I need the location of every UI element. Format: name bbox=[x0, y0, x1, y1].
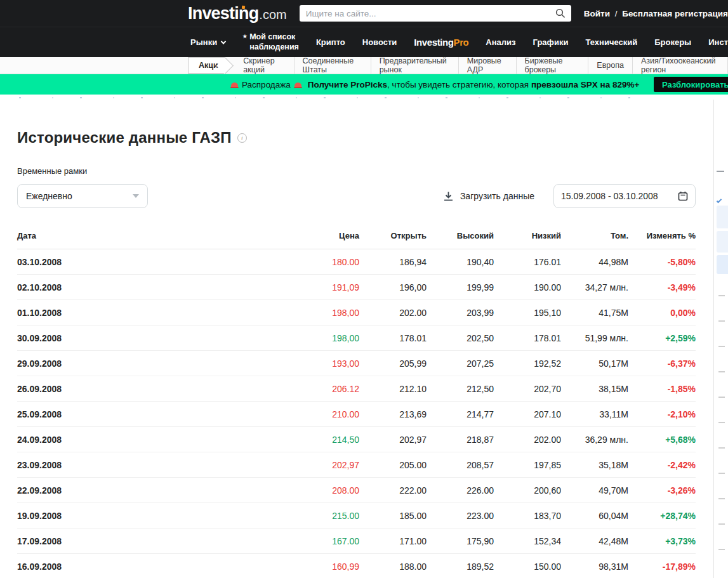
download-data-button[interactable]: Загрузить данные bbox=[443, 191, 534, 202]
subnav-tab[interactable]: Мировые АДР bbox=[459, 57, 517, 74]
subnav: АкцииСкринер акцийСоединенные ШтатыПредв… bbox=[0, 57, 728, 74]
col-header-change[interactable]: Изменять % bbox=[628, 225, 696, 249]
logo-text: Investing bbox=[188, 4, 258, 23]
table-row: 30.09.2008198,00178.01202,50178.0151,99 … bbox=[17, 325, 696, 351]
col-header-date[interactable]: Дата bbox=[17, 225, 292, 249]
cell-vol: 60,04M bbox=[561, 503, 628, 529]
date-range-picker[interactable]: 15.09.2008 - 03.10.2008 bbox=[553, 184, 696, 208]
unlock-propicks-button[interactable]: Разблокировать ProPicks bbox=[654, 77, 728, 92]
main-content: Исторические данные ГАЗП i Временные рам… bbox=[0, 129, 728, 578]
cell-vol: 42,48M bbox=[561, 529, 628, 554]
nav-item-label: Технический bbox=[585, 37, 637, 47]
nav-item[interactable]: Анализ bbox=[486, 37, 515, 47]
col-header-volume[interactable]: Том. bbox=[561, 225, 628, 249]
cell-price: 160,99 bbox=[292, 554, 359, 578]
cell-date: 23.09.2008 bbox=[17, 452, 292, 478]
cell-high: 199,99 bbox=[427, 275, 494, 300]
cell-chg: -3,49% bbox=[628, 275, 696, 300]
cell-chg: -6,37% bbox=[628, 351, 696, 376]
nav-item-label: Графики bbox=[533, 37, 569, 47]
subnav-tab-active[interactable]: Акции bbox=[188, 57, 225, 74]
cell-open: 186,94 bbox=[359, 249, 427, 275]
cell-low: 200,60 bbox=[494, 478, 561, 503]
cell-open: 178.01 bbox=[359, 325, 427, 351]
subnav-tab[interactable]: Скринер акций bbox=[235, 57, 294, 74]
subnav-tab[interactable]: Соединенные Штаты bbox=[295, 57, 371, 74]
top-header: Investing .com Войти / Бесплатная регист… bbox=[0, 0, 728, 27]
col-header-low[interactable]: Низкий bbox=[494, 225, 561, 249]
cell-price: 206.12 bbox=[292, 376, 359, 402]
cell-low: 178.01 bbox=[494, 325, 561, 351]
cell-open: 205,99 bbox=[359, 351, 427, 376]
search-input[interactable] bbox=[300, 5, 571, 22]
subnav-tab[interactable]: Предварительный рынок bbox=[371, 57, 459, 74]
cell-vol: 50,17M bbox=[561, 351, 628, 376]
rail-tick bbox=[718, 397, 725, 398]
col-header-price[interactable]: Цена bbox=[292, 225, 359, 249]
cell-low: 202,70 bbox=[494, 376, 561, 402]
cell-low: 190.00 bbox=[494, 275, 561, 300]
star-icon: ★ bbox=[242, 34, 247, 40]
rail-tick bbox=[718, 320, 725, 322]
nav-item[interactable]: Рынки bbox=[190, 37, 225, 47]
nav-item[interactable]: InvestingPro bbox=[414, 37, 468, 48]
register-link[interactable]: Бесплатная регистрация bbox=[622, 9, 728, 18]
table-row: 02.10.2008191,09196,00199,99190.0034,27 … bbox=[17, 275, 696, 300]
cell-price: 202,97 bbox=[292, 452, 359, 478]
clipped-breadcrumb-row bbox=[0, 95, 728, 100]
col-header-high[interactable]: Высокий bbox=[427, 225, 494, 249]
nav-item[interactable]: Крипто bbox=[316, 37, 345, 47]
cell-chg: +5,68% bbox=[628, 427, 696, 452]
table-row: 26.09.2008206.12212.10212,50202,7038,15M… bbox=[17, 376, 696, 402]
cell-date: 25.09.2008 bbox=[17, 402, 292, 427]
siren-icon bbox=[231, 82, 238, 88]
info-icon[interactable]: i bbox=[237, 133, 247, 143]
timeframe-value: Ежедневно bbox=[26, 191, 72, 201]
cell-vol: 36,29 млн. bbox=[561, 427, 628, 452]
nav-item[interactable]: Инструменты bbox=[708, 37, 728, 47]
cell-price: 180.00 bbox=[292, 249, 359, 275]
nav-item[interactable]: Новости bbox=[362, 37, 397, 47]
propicks-banner: Распродажа Получите ProPicks , чтобы уви… bbox=[0, 74, 728, 95]
date-range-value: 15.09.2008 - 03.10.2008 bbox=[561, 191, 658, 201]
history-table-body: 03.10.2008180.00186,94190,40176.0144,98M… bbox=[17, 249, 696, 578]
cell-open: 171.00 bbox=[359, 529, 427, 554]
table-row: 19.09.2008215.00185.00223.00183,7060,04M… bbox=[17, 503, 696, 529]
rail-dash bbox=[717, 171, 724, 172]
search-icon[interactable] bbox=[555, 8, 566, 18]
cell-low: 202.00 bbox=[494, 427, 561, 452]
chevron-down-icon bbox=[221, 39, 226, 44]
nav-item[interactable]: Графики bbox=[533, 37, 569, 47]
cell-open: 202,97 bbox=[359, 427, 427, 452]
subnav-tab[interactable]: Азия/Тихоокеанский регион bbox=[633, 57, 728, 74]
cell-price: 214,50 bbox=[292, 427, 359, 452]
timeframe-select[interactable]: Ежедневно bbox=[17, 184, 148, 208]
cell-low: 207.10 bbox=[494, 402, 561, 427]
cell-open: 205.00 bbox=[359, 452, 427, 478]
investingpro-logo-pro: Pro bbox=[454, 37, 469, 48]
nav-item[interactable]: Брокеры bbox=[654, 37, 691, 47]
cell-chg: -1,85% bbox=[628, 376, 696, 402]
cell-chg: +28,74% bbox=[628, 503, 696, 529]
cell-date: 26.09.2008 bbox=[17, 376, 292, 402]
history-table: Дата Цена Открыть Высокий Низкий Том. Из… bbox=[17, 225, 696, 578]
cell-open: 185.00 bbox=[359, 503, 427, 529]
cell-date: 02.10.2008 bbox=[17, 275, 292, 300]
auth-links: Войти / Бесплатная регистрация bbox=[584, 9, 728, 18]
login-link[interactable]: Войти bbox=[584, 9, 610, 18]
cell-high: 203,99 bbox=[427, 300, 494, 325]
cell-date: 01.10.2008 bbox=[17, 300, 292, 325]
cell-high: 202,50 bbox=[427, 325, 494, 351]
nav-item[interactable]: ★Мой список наблюдения bbox=[242, 32, 299, 52]
investing-logo[interactable]: Investing .com bbox=[188, 4, 287, 23]
col-header-open[interactable]: Открыть bbox=[359, 225, 427, 249]
cell-price: 167.00 bbox=[292, 529, 359, 554]
table-row: 01.10.2008198,00202.00203,99195,1041,75M… bbox=[17, 300, 696, 325]
cell-vol: 41,75M bbox=[561, 300, 628, 325]
nav-item[interactable]: Технический bbox=[585, 37, 637, 47]
nav-item-label: Новости bbox=[362, 37, 397, 47]
subnav-tab[interactable]: Биржевые брокеры bbox=[517, 57, 589, 74]
rail-tick bbox=[718, 371, 725, 372]
rail-box bbox=[717, 255, 728, 274]
subnav-tab[interactable]: Европа bbox=[588, 57, 633, 74]
